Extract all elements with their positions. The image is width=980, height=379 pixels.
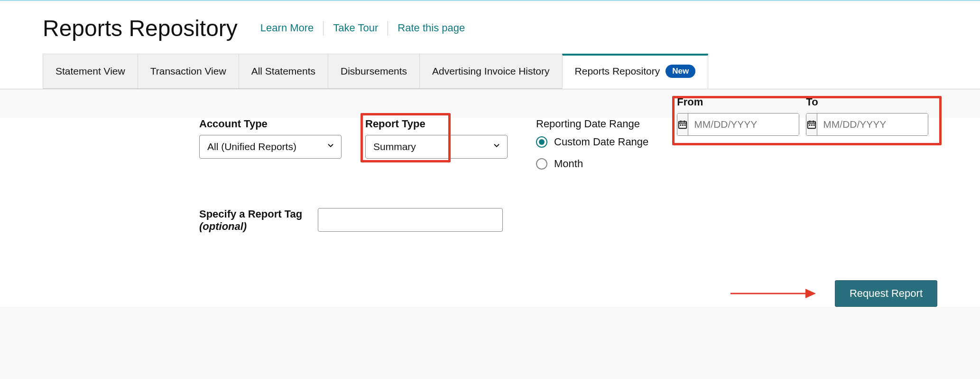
tab-disbursements[interactable]: Disbursements [328,54,420,89]
take-tour-link[interactable]: Take Tour [324,21,388,36]
svg-rect-1 [680,124,682,126]
actions-row: Request Report [0,233,980,307]
date-from-field [677,113,799,136]
tab-label: Statement View [55,66,125,77]
page-header: Reports Repository Learn More Take Tour … [0,1,980,54]
account-type-label: Account Type [199,118,342,130]
tab-transaction-view[interactable]: Transaction View [138,54,239,89]
date-from-col: From [677,96,799,136]
form-row-tag: Specify a Report Tag (optional) [0,208,980,233]
page-root: Reports Repository Learn More Take Tour … [0,0,980,340]
radio-label: Custom Date Range [554,136,648,148]
tab-label: Disbursements [341,66,407,77]
new-badge: New [666,65,695,78]
tab-label: Transaction View [150,66,226,77]
tab-statement-view[interactable]: Statement View [43,54,138,89]
date-to-col: To [806,96,928,136]
tab-label: All Statements [251,66,315,77]
learn-more-link[interactable]: Learn More [251,21,324,36]
date-from-input[interactable] [688,114,799,135]
report-type-select-wrap: Summary [365,135,508,159]
report-tag-optional: (optional) [199,220,304,233]
radio-indicator-icon [536,158,547,170]
svg-rect-7 [814,124,815,126]
report-type-label: Report Type [365,118,508,130]
calendar-icon[interactable] [677,114,688,135]
radio-custom-date-range[interactable]: Custom Date Range [536,136,648,148]
account-type-field: Account Type All (Unified Reports) [199,118,342,159]
svg-rect-2 [682,124,684,126]
tab-bar: Statement View Transaction View All Stat… [43,54,980,89]
account-type-select-wrap: All (Unified Reports) [199,135,342,159]
reporting-range-label: Reporting Date Range [536,118,648,130]
account-type-select[interactable]: All (Unified Reports) [199,135,342,159]
reporting-range-field: Reporting Date Range Custom Date Range M… [536,118,648,170]
date-to-field [806,113,928,136]
date-to-input[interactable] [817,114,928,135]
calendar-icon[interactable] [806,114,817,135]
date-from-label: From [677,96,799,108]
tab-reports-repository[interactable]: Reports Repository New [562,54,709,89]
form-row-main: Account Type All (Unified Reports) Repor… [0,118,980,170]
report-type-field: Report Type Summary [365,118,508,159]
report-tag-label: Specify a Report Tag [199,208,304,220]
radio-label: Month [554,158,583,170]
report-type-select[interactable]: Summary [365,135,508,159]
tab-all-statements[interactable]: All Statements [239,54,328,89]
header-links: Learn More Take Tour Rate this page [251,21,474,36]
report-tag-label-group: Specify a Report Tag (optional) [199,208,304,233]
date-to-label: To [806,96,928,108]
page-title: Reports Repository [43,15,238,41]
svg-rect-3 [684,124,686,126]
tab-label: Advertising Invoice History [432,66,549,77]
rate-page-link[interactable]: Rate this page [388,21,474,36]
date-range-field: From To [677,118,928,136]
reporting-range-radios: Custom Date Range Month [536,136,648,170]
request-report-button[interactable]: Request Report [835,280,937,307]
svg-rect-6 [811,124,813,126]
radio-indicator-icon [536,136,547,148]
tab-label: Reports Repository [575,66,660,77]
tab-advertising-invoice-history[interactable]: Advertising Invoice History [419,54,562,89]
content-area: Account Type All (Unified Reports) Repor… [0,89,980,340]
report-form: Account Type All (Unified Reports) Repor… [0,118,980,307]
annotation-arrow [730,293,816,294]
svg-rect-5 [809,124,811,126]
radio-month[interactable]: Month [536,158,648,170]
report-tag-input[interactable] [318,208,503,232]
